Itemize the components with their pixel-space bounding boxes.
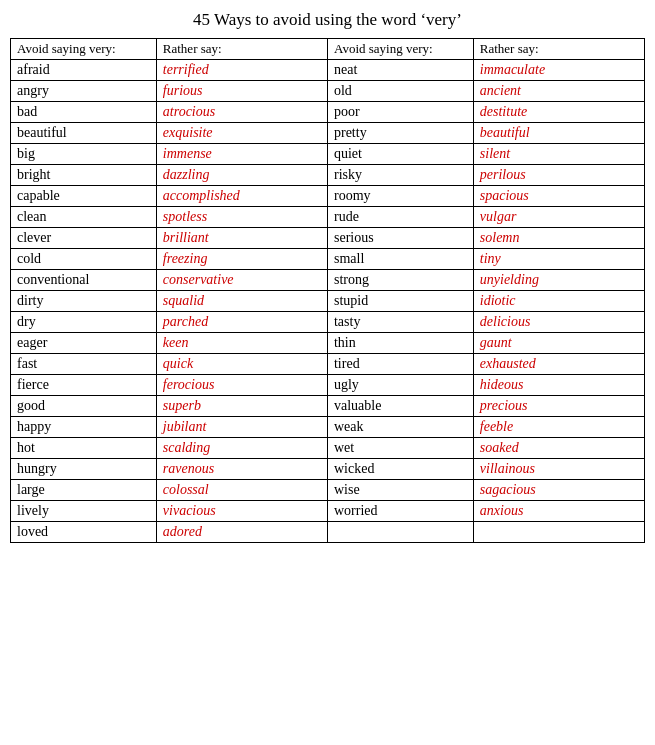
avoid-word-left: big <box>11 144 157 165</box>
avoid-word-left: fast <box>11 354 157 375</box>
rather-word-left: adored <box>156 522 327 543</box>
avoid-word-right: stupid <box>327 291 473 312</box>
rather-word-right: solemn <box>473 228 644 249</box>
avoid-word-right: neat <box>327 60 473 81</box>
table-row: brightdazzlingriskyperilous <box>11 165 645 186</box>
avoid-word-left: cold <box>11 249 157 270</box>
avoid-word-left: angry <box>11 81 157 102</box>
avoid-word-right: worried <box>327 501 473 522</box>
rather-word-right: vulgar <box>473 207 644 228</box>
avoid-word-right <box>327 522 473 543</box>
avoid-word-left: fierce <box>11 375 157 396</box>
rather-word-left: squalid <box>156 291 327 312</box>
avoid-word-left: good <box>11 396 157 417</box>
table-row: fastquicktiredexhausted <box>11 354 645 375</box>
table-row: conventionalconservativestrongunyielding <box>11 270 645 291</box>
rather-word-left: ferocious <box>156 375 327 396</box>
table-row: bigimmensequietsilent <box>11 144 645 165</box>
avoid-word-left: hot <box>11 438 157 459</box>
header-rather2: Rather say: <box>473 39 644 60</box>
avoid-word-right: old <box>327 81 473 102</box>
table-row: happyjubilantweakfeeble <box>11 417 645 438</box>
avoid-word-left: happy <box>11 417 157 438</box>
avoid-word-right: tired <box>327 354 473 375</box>
avoid-word-right: wet <box>327 438 473 459</box>
rather-word-left: scalding <box>156 438 327 459</box>
rather-word-right: silent <box>473 144 644 165</box>
page-title: 45 Ways to avoid using the word ‘very’ <box>10 10 645 30</box>
rather-word-right: perilous <box>473 165 644 186</box>
rather-word-right: beautiful <box>473 123 644 144</box>
table-row: hotscaldingwetsoaked <box>11 438 645 459</box>
rather-word-right: exhausted <box>473 354 644 375</box>
rather-word-right: ancient <box>473 81 644 102</box>
avoid-word-right: tasty <box>327 312 473 333</box>
avoid-word-right: roomy <box>327 186 473 207</box>
rather-word-right: delicious <box>473 312 644 333</box>
avoid-word-right: ugly <box>327 375 473 396</box>
table-row: dirtysqualidstupididiotic <box>11 291 645 312</box>
avoid-word-right: wise <box>327 480 473 501</box>
avoid-word-left: large <box>11 480 157 501</box>
main-table: Avoid saying very: Rather say: Avoid say… <box>10 38 645 543</box>
avoid-word-right: small <box>327 249 473 270</box>
avoid-word-right: thin <box>327 333 473 354</box>
rather-word-left: superb <box>156 396 327 417</box>
rather-word-right: gaunt <box>473 333 644 354</box>
rather-word-right: unyielding <box>473 270 644 291</box>
rather-word-left: vivacious <box>156 501 327 522</box>
avoid-word-left: eager <box>11 333 157 354</box>
table-row: hungryravenouswickedvillainous <box>11 459 645 480</box>
avoid-word-right: pretty <box>327 123 473 144</box>
rather-word-right: destitute <box>473 102 644 123</box>
rather-word-left: keen <box>156 333 327 354</box>
rather-word-left: accomplished <box>156 186 327 207</box>
avoid-word-left: lively <box>11 501 157 522</box>
rather-word-left: conservative <box>156 270 327 291</box>
rather-word-left: dazzling <box>156 165 327 186</box>
avoid-word-left: bad <box>11 102 157 123</box>
table-row: capableaccomplishedroomyspacious <box>11 186 645 207</box>
header-rather1: Rather say: <box>156 39 327 60</box>
table-row: largecolossalwisesagacious <box>11 480 645 501</box>
avoid-word-left: bright <box>11 165 157 186</box>
avoid-word-right: valuable <box>327 396 473 417</box>
avoid-word-left: beautiful <box>11 123 157 144</box>
rather-word-left: freezing <box>156 249 327 270</box>
rather-word-left: quick <box>156 354 327 375</box>
rather-word-left: furious <box>156 81 327 102</box>
rather-word-left: parched <box>156 312 327 333</box>
table-row: angryfuriousoldancient <box>11 81 645 102</box>
table-row: coldfreezingsmalltiny <box>11 249 645 270</box>
rather-word-right: anxious <box>473 501 644 522</box>
table-row: badatrociouspoordestitute <box>11 102 645 123</box>
rather-word-left: ravenous <box>156 459 327 480</box>
avoid-word-left: afraid <box>11 60 157 81</box>
rather-word-right: precious <box>473 396 644 417</box>
rather-word-right: idiotic <box>473 291 644 312</box>
table-row: eagerkeenthingaunt <box>11 333 645 354</box>
avoid-word-right: strong <box>327 270 473 291</box>
rather-word-right: hideous <box>473 375 644 396</box>
table-wrapper: Avoid saying very: Rather say: Avoid say… <box>10 38 645 543</box>
header-avoid1: Avoid saying very: <box>11 39 157 60</box>
header-avoid2: Avoid saying very: <box>327 39 473 60</box>
header-row: Avoid saying very: Rather say: Avoid say… <box>11 39 645 60</box>
rather-word-left: immense <box>156 144 327 165</box>
avoid-word-left: dry <box>11 312 157 333</box>
avoid-word-right: risky <box>327 165 473 186</box>
table-row: livelyvivaciousworriedanxious <box>11 501 645 522</box>
avoid-word-right: wicked <box>327 459 473 480</box>
table-row: goodsuperbvaluableprecious <box>11 396 645 417</box>
avoid-word-right: quiet <box>327 144 473 165</box>
rather-word-right: spacious <box>473 186 644 207</box>
table-row: beautifulexquisiteprettybeautiful <box>11 123 645 144</box>
avoid-word-left: loved <box>11 522 157 543</box>
table-row: afraidterrifiedneatimmaculate <box>11 60 645 81</box>
rather-word-left: exquisite <box>156 123 327 144</box>
table-row: cleverbrilliantserioussolemn <box>11 228 645 249</box>
rather-word-left: brilliant <box>156 228 327 249</box>
avoid-word-right: serious <box>327 228 473 249</box>
avoid-word-right: weak <box>327 417 473 438</box>
avoid-word-left: conventional <box>11 270 157 291</box>
